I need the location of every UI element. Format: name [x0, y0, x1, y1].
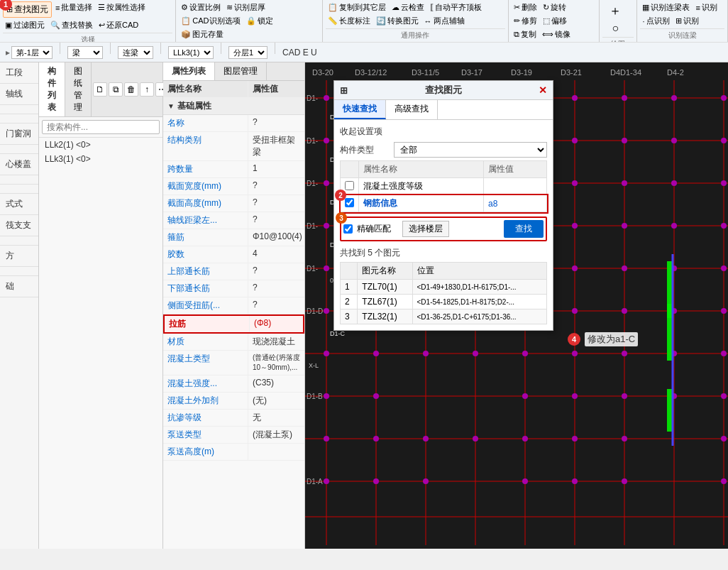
tab-drawing-manage[interactable]: 图纸管理	[65, 62, 92, 116]
two-point-axis-button[interactable]: ↔ 两点辅轴	[422, 15, 467, 27]
set-scale-button[interactable]: ⚙ 设置比例	[179, 1, 223, 13]
result-row-3[interactable]: 3 TZL32(1) <D1-36-25,D1-C+6175;D1-36...	[341, 309, 547, 324]
mirror-button[interactable]: ⟺镜像	[540, 28, 573, 40]
component-selector[interactable]: LLk3(1)	[165, 43, 216, 62]
sidebar-item-3[interactable]	[0, 105, 38, 114]
prop-header-value: 属性值	[248, 81, 304, 97]
result-row-1[interactable]: 1 TZL70(1) <D1-49+1830,D1-H-6175;D1-...	[341, 280, 547, 295]
sidebar-item-14[interactable]	[0, 267, 38, 276]
new-component-button[interactable]: 🗋	[93, 82, 107, 97]
find-button[interactable]: 查找	[504, 220, 544, 238]
checkbox-rebar[interactable]	[345, 198, 354, 207]
restore-cad-button[interactable]: ↩ 还原CAD	[96, 19, 140, 31]
attr-value-concrete	[484, 178, 547, 195]
identify-layer-button[interactable]: ≋ 识别层厚	[224, 1, 268, 13]
subtype-selector[interactable]: 连梁	[115, 43, 156, 62]
copy-button[interactable]: ⧉复制	[512, 28, 539, 40]
list-item-llk3[interactable]: LLk3(1) <0>	[39, 152, 162, 166]
identify-button[interactable]: ≡识别	[693, 1, 719, 13]
type-selector[interactable]: 梁	[65, 43, 106, 62]
component-select[interactable]: LLk3(1)	[168, 46, 214, 59]
delete-button[interactable]: ✂删除	[512, 1, 539, 13]
layer-selector[interactable]: ▸ 第-1层	[3, 43, 55, 62]
sidebar-item-9[interactable]	[0, 185, 38, 194]
sidebar-item-shishi[interactable]: 式式	[0, 194, 38, 215]
point-identify-button[interactable]: ·点识别	[640, 15, 671, 27]
sidebar-item-6[interactable]	[0, 145, 38, 154]
component-search-area	[39, 117, 162, 138]
tab-layer-manage[interactable]: 图层管理	[215, 62, 267, 80]
sidebar-item-zhouxian[interactable]: 轴线	[0, 84, 38, 105]
svg-point-96	[324, 436, 329, 442]
sep1	[60, 43, 60, 54]
rotate-icon: ↻	[543, 3, 549, 12]
exact-match-checkbox[interactable]	[343, 224, 353, 234]
prop-row-ribs: 胶数 4	[163, 246, 304, 263]
trim-button[interactable]: ✏修剪	[512, 15, 539, 27]
batch-select-button[interactable]: ≡ 批量选择	[53, 1, 94, 13]
lock-button[interactable]: 🔒 锁定	[244, 15, 275, 27]
sidebar-item-chu[interactable]: 础	[0, 276, 38, 297]
prop-row-name: 名称 ?	[163, 115, 304, 132]
svg-point-70	[622, 265, 627, 271]
property-select-button[interactable]: ☰ 按属性选择	[96, 1, 148, 13]
cloud-check-button[interactable]: ☁ 云检查	[390, 1, 426, 13]
copy-to-layer-button[interactable]: 📋 复制到其它层	[326, 1, 388, 13]
find-replace-button[interactable]: 🔍 查找替换	[48, 19, 95, 31]
rotate-button[interactable]: ↻旋转	[541, 1, 568, 13]
svg-point-109	[622, 478, 627, 484]
draw-circle-button[interactable]: ○	[602, 21, 628, 35]
svg-point-44	[671, 138, 677, 143]
sublayer-selector[interactable]: 分层1	[226, 43, 270, 62]
dialog-title-bar[interactable]: ⊞ 查找图元 ✕	[334, 81, 553, 100]
result-pos-1: <D1-49+1830,D1-H-6175;D1-...	[412, 280, 546, 295]
cad-canvas[interactable]: D3-20 D3-12/12 D3-11/5 D3-17 D3-19 D3-21…	[305, 62, 728, 549]
sidebar-item-fa[interactable]: 筏支支	[0, 215, 38, 236]
tab-component-list[interactable]: 构件列表	[39, 62, 65, 116]
cad-identify-button[interactable]: 📋 CAD识别选项	[179, 15, 242, 27]
length-mark-button[interactable]: 📏 长度标注	[326, 15, 373, 27]
find-element-button[interactable]: 1 ⊞ 查找图元	[3, 1, 52, 18]
sidebar-item-4[interactable]	[0, 114, 38, 124]
offset-button[interactable]: ⬚偏移	[541, 15, 569, 27]
tab-advanced-find[interactable]: 高级查找	[386, 100, 438, 119]
export-component-button[interactable]: ↑	[140, 82, 154, 97]
list-item-llk2[interactable]: LLk2(1) <0>	[39, 138, 162, 152]
toolbar-group-drawing: ⚙ 设置比例 ≋ 识别层厚 📋 CAD识别选项 🔒 锁定 📦 图元存量	[176, 0, 322, 42]
svg-point-80	[324, 351, 329, 356]
identify2-button[interactable]: ⊞识别	[673, 15, 701, 27]
component-search-input[interactable]	[42, 120, 160, 134]
result-row-2[interactable]: 2 TZL67(1) <D1-54-1825,D1-H-8175;D2-...	[341, 295, 547, 309]
sublayer-select[interactable]: 分层1	[228, 46, 268, 59]
tab-quick-find[interactable]: 快速查找	[334, 100, 386, 119]
type-select[interactable]: 梁	[67, 46, 103, 59]
svg-point-82	[423, 351, 429, 356]
convert-element-button[interactable]: 🔄 转换图元	[374, 15, 421, 27]
svg-text:D4D1-34: D4D1-34	[610, 68, 641, 77]
prop-row-material: 材质 现浇混凝土	[163, 334, 304, 351]
sidebar-item-menchuang[interactable]: 门窗洞	[0, 124, 38, 145]
tab-property-list[interactable]: 属性列表	[163, 62, 215, 80]
subtype-select[interactable]: 连梁	[118, 46, 153, 59]
auto-align-button[interactable]: ⟦ 自动平齐顶板	[428, 1, 484, 13]
select-floor-button[interactable]: 选择楼层	[402, 221, 449, 237]
checkbox-concrete-grade[interactable]	[345, 181, 354, 190]
delete-component-button[interactable]: 🗑	[124, 82, 138, 97]
identify-table-button[interactable]: ▦识别连梁表	[640, 1, 692, 13]
results-col-pos: 位置	[412, 263, 546, 280]
sidebar-item-gongduan[interactable]: 工段	[0, 62, 38, 84]
copy-component-button[interactable]: ⧉	[109, 82, 123, 97]
sidebar-item-fang[interactable]: 方	[0, 246, 38, 267]
dialog-close-button[interactable]: ✕	[539, 84, 547, 96]
attr-value-rebar: a8	[484, 195, 547, 212]
component-type-select[interactable]: 全部	[394, 142, 547, 158]
svg-point-98	[423, 436, 429, 442]
sidebar-item-12[interactable]	[0, 236, 38, 246]
filter-button[interactable]: ▣ 过滤图元	[3, 19, 47, 31]
draw-plus-button[interactable]: ＋	[602, 1, 628, 20]
layer-select[interactable]: 第-1层	[11, 46, 53, 59]
sidebar-item-xinlouge[interactable]: 心楼盖	[0, 154, 38, 175]
sidebar-item-8[interactable]	[0, 175, 38, 185]
prop-row-height: 截面高度(mm) ?	[163, 195, 304, 212]
element-storage-button[interactable]: 📦 图元存量	[179, 28, 226, 40]
